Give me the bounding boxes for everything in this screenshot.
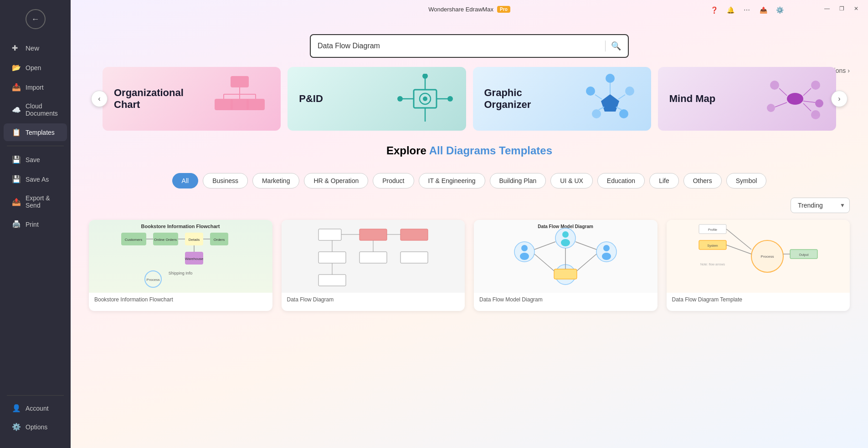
svg-rect-61 bbox=[401, 229, 428, 240]
explore-section: Explore All Diagrams Templates bbox=[71, 131, 868, 166]
sidebar-item-cloud[interactable]: ☁️ Cloud Documents bbox=[4, 98, 67, 122]
filter-it[interactable]: IT & Engineering bbox=[419, 173, 485, 188]
trending-select[interactable]: Trending Newest Most Popular bbox=[791, 198, 850, 213]
svg-point-79 bbox=[561, 239, 570, 246]
search-icon[interactable]: 🔍 bbox=[611, 41, 621, 51]
cloud-icon: ☁️ bbox=[12, 106, 21, 114]
templates-section: All Collections › ‹ OrganizationalChart bbox=[71, 67, 868, 131]
filter-building[interactable]: Building Plan bbox=[490, 173, 546, 188]
svg-line-29 bbox=[595, 95, 602, 99]
template-thumb-bookstore[interactable]: Bookstore Information Flowchart Customer… bbox=[89, 220, 272, 311]
card-mindmap-label: Mind Map bbox=[669, 93, 715, 105]
filter-product[interactable]: Product bbox=[373, 173, 414, 188]
card-graphic-label: GraphicOrganizer bbox=[484, 87, 531, 111]
sidebar-item-options[interactable]: ⚙️ Options bbox=[4, 418, 67, 436]
share-icon[interactable]: 📤 bbox=[757, 4, 770, 16]
template-card-graphic[interactable]: GraphicOrganizer bbox=[473, 67, 651, 131]
filter-education[interactable]: Education bbox=[597, 173, 645, 188]
card-org-label: OrganizationalChart bbox=[114, 87, 184, 111]
svg-line-26 bbox=[618, 95, 625, 99]
filter-life[interactable]: Life bbox=[649, 173, 679, 188]
template-thumb-dataflow1[interactable]: Data Flow Diagram bbox=[282, 220, 465, 311]
filter-symbol[interactable]: Symbol bbox=[726, 173, 767, 188]
filter-marketing[interactable]: Marketing bbox=[252, 173, 299, 188]
save-icon: 💾 bbox=[12, 155, 21, 164]
sidebar-item-print[interactable]: 🖨️ Print bbox=[4, 215, 67, 233]
svg-line-27 bbox=[616, 107, 621, 110]
open-icon: 📂 bbox=[12, 63, 21, 72]
search-divider bbox=[605, 41, 606, 51]
sidebar-item-open[interactable]: 📂 Open bbox=[4, 59, 67, 76]
sidebar-item-save[interactable]: 💾 Save bbox=[4, 151, 67, 168]
svg-text:Online Orders: Online Orders bbox=[154, 238, 177, 242]
filter-hr[interactable]: HR & Operation bbox=[304, 173, 368, 188]
template-card-org[interactable]: OrganizationalChart bbox=[103, 67, 281, 131]
svg-line-37 bbox=[803, 88, 811, 96]
svg-rect-7 bbox=[231, 99, 249, 110]
svg-point-31 bbox=[770, 81, 779, 90]
app-title: Wondershare EdrawMax Pro bbox=[428, 6, 510, 13]
svg-point-76 bbox=[521, 245, 528, 251]
template-thumb-dataflow2[interactable]: Data Flow Model Diagram bbox=[474, 220, 657, 311]
svg-text:Shipping Info: Shipping Info bbox=[169, 271, 193, 275]
back-button[interactable]: ← bbox=[26, 9, 46, 29]
svg-rect-62 bbox=[318, 252, 346, 263]
main-content: Wondershare EdrawMax Pro ❓ 🔔 ⋯ 📤 ⚙️ — ❐ … bbox=[71, 0, 868, 448]
sidebar: ← ✚ New 📂 Open 📥 Import ☁️ Cloud Documen… bbox=[0, 0, 71, 448]
search-input[interactable] bbox=[318, 42, 600, 50]
svg-rect-59 bbox=[318, 229, 341, 240]
toolbar-icons: ❓ 🔔 ⋯ 📤 ⚙️ bbox=[708, 4, 786, 16]
card-org-image bbox=[210, 74, 269, 124]
svg-rect-63 bbox=[360, 252, 387, 263]
title-bar: Wondershare EdrawMax Pro ❓ 🔔 ⋯ 📤 ⚙️ — ❐ … bbox=[71, 0, 868, 18]
svg-rect-6 bbox=[215, 99, 233, 110]
apps-icon[interactable]: ⋯ bbox=[740, 4, 753, 16]
card-pid-image bbox=[395, 74, 455, 124]
filter-tags: All Business Marketing HR & Operation Pr… bbox=[71, 166, 868, 195]
svg-point-80 bbox=[603, 245, 610, 251]
help-icon[interactable]: ❓ bbox=[708, 4, 720, 16]
filter-uiux[interactable]: UI & UX bbox=[550, 173, 593, 188]
restore-button[interactable]: ❐ bbox=[837, 4, 847, 14]
svg-line-40 bbox=[775, 102, 787, 107]
sidebar-item-import[interactable]: 📥 Import bbox=[4, 78, 67, 96]
svg-line-86 bbox=[534, 254, 554, 271]
svg-point-78 bbox=[562, 231, 569, 238]
close-button[interactable]: ✕ bbox=[851, 4, 861, 14]
settings-icon[interactable]: ⚙️ bbox=[773, 4, 786, 16]
back-icon: ← bbox=[31, 15, 40, 24]
sidebar-item-export[interactable]: 📤 Export & Send bbox=[4, 190, 67, 214]
template-card-pid[interactable]: P&ID bbox=[288, 67, 466, 131]
svg-rect-0 bbox=[231, 76, 249, 87]
import-icon: 📥 bbox=[12, 83, 21, 92]
sidebar-item-templates[interactable]: 📋 Templates bbox=[4, 123, 67, 141]
svg-point-24 bbox=[586, 87, 595, 96]
thumb-img-dataflow1 bbox=[282, 220, 465, 293]
svg-text:System: System bbox=[707, 244, 718, 248]
template-thumb-dataflow3[interactable]: Profile System Process Output Note: flow… bbox=[667, 220, 850, 311]
filter-all[interactable]: All bbox=[172, 173, 199, 188]
svg-text:Note: flow arrows: Note: flow arrows bbox=[700, 263, 725, 266]
content-scroll: 🔍 All Collections › ‹ OrganizationalChar… bbox=[71, 0, 868, 448]
window-controls: — ❐ ✕ bbox=[822, 4, 861, 14]
pro-badge: Pro bbox=[497, 6, 510, 13]
new-icon: ✚ bbox=[12, 44, 21, 52]
sidebar-item-new[interactable]: ✚ New bbox=[4, 39, 67, 57]
search-container: 🔍 bbox=[71, 20, 868, 67]
svg-point-23 bbox=[592, 109, 601, 118]
minimize-button[interactable]: — bbox=[822, 4, 832, 14]
template-card-mindmap[interactable]: Mind Map bbox=[658, 67, 836, 131]
thumb-footer-dataflow3: Data Flow Diagram Template bbox=[667, 293, 850, 306]
svg-point-16 bbox=[397, 96, 403, 102]
filter-others[interactable]: Others bbox=[683, 173, 722, 188]
sidebar-item-saveas[interactable]: 💾 Save As bbox=[4, 170, 67, 188]
filter-business[interactable]: Business bbox=[203, 173, 248, 188]
svg-point-81 bbox=[602, 253, 611, 260]
svg-line-38 bbox=[803, 101, 815, 102]
carousel-prev-button[interactable]: ‹ bbox=[91, 91, 108, 107]
sidebar-item-account[interactable]: 👤 Account bbox=[4, 399, 67, 417]
notification-icon[interactable]: 🔔 bbox=[724, 4, 737, 16]
template-grid: Bookstore Information Flowchart Customer… bbox=[71, 220, 868, 329]
carousel-next-button[interactable]: › bbox=[831, 91, 847, 107]
trending-row: Trending Newest Most Popular ▼ bbox=[71, 195, 868, 220]
